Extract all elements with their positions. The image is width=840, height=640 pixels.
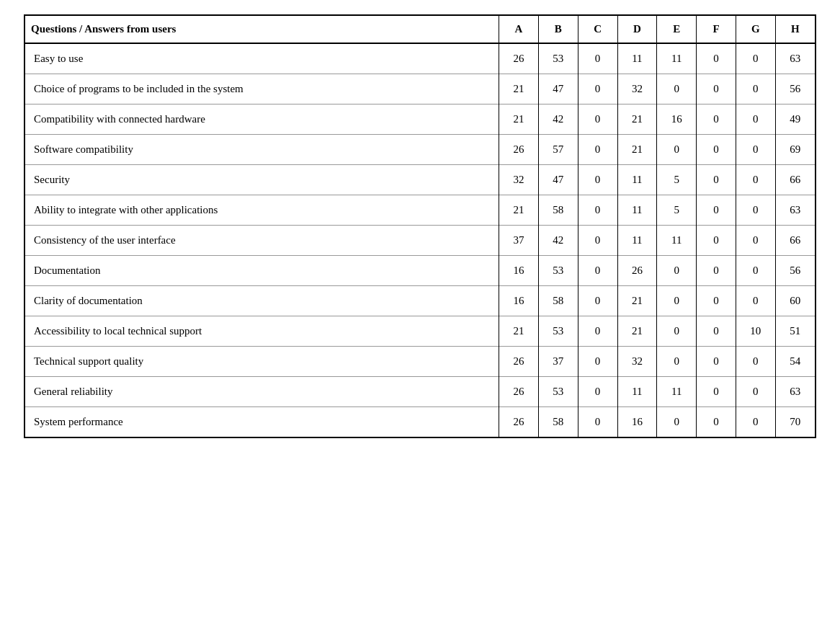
- cell-b: 42: [538, 226, 578, 256]
- cell-a: 21: [499, 105, 539, 135]
- table-row: Clarity of documentation165802100060: [25, 286, 815, 316]
- cell-e: 0: [657, 347, 697, 377]
- cell-c: 0: [578, 74, 617, 105]
- cell-a: 16: [499, 286, 539, 316]
- cell-h: 56: [775, 74, 815, 105]
- table-row: Consistency of the user interface3742011…: [25, 226, 815, 256]
- cell-c: 0: [578, 165, 617, 195]
- header-row: Questions / Answers from users A B C D E…: [25, 16, 815, 43]
- cell-g: 0: [736, 165, 775, 195]
- cell-e: 0: [657, 256, 697, 286]
- cell-a: 16: [499, 256, 539, 286]
- header-c: C: [578, 16, 617, 43]
- cell-c: 0: [578, 135, 617, 165]
- cell-d: 26: [617, 256, 657, 286]
- cell-f: 0: [697, 135, 736, 165]
- cell-question: Ability to integrate with other applicat…: [25, 195, 499, 226]
- cell-e: 0: [657, 316, 697, 347]
- cell-question: Accessibility to local technical support: [25, 316, 499, 347]
- cell-h: 56: [775, 256, 815, 286]
- cell-a: 26: [499, 347, 539, 377]
- cell-h: 51: [775, 316, 815, 347]
- cell-e: 0: [657, 407, 697, 437]
- cell-c: 0: [578, 377, 617, 407]
- cell-c: 0: [578, 347, 617, 377]
- cell-f: 0: [697, 74, 736, 105]
- cell-d: 11: [617, 195, 657, 226]
- cell-a: 32: [499, 165, 539, 195]
- cell-question: Technical support quality: [25, 347, 499, 377]
- cell-d: 21: [617, 105, 657, 135]
- cell-b: 57: [538, 135, 578, 165]
- cell-e: 11: [657, 377, 697, 407]
- cell-h: 63: [775, 43, 815, 74]
- cell-a: 21: [499, 316, 539, 347]
- cell-e: 11: [657, 43, 697, 74]
- cell-g: 0: [736, 105, 775, 135]
- header-d: D: [617, 16, 657, 43]
- cell-d: 21: [617, 135, 657, 165]
- cell-a: 26: [499, 43, 539, 74]
- cell-c: 0: [578, 43, 617, 74]
- cell-c: 0: [578, 105, 617, 135]
- cell-c: 0: [578, 407, 617, 437]
- cell-d: 21: [617, 316, 657, 347]
- cell-g: 0: [736, 195, 775, 226]
- cell-h: 60: [775, 286, 815, 316]
- cell-d: 16: [617, 407, 657, 437]
- cell-d: 11: [617, 226, 657, 256]
- table-row: Ability to integrate with other applicat…: [25, 195, 815, 226]
- cell-g: 0: [736, 256, 775, 286]
- header-question: Questions / Answers from users: [25, 16, 499, 43]
- cell-h: 49: [775, 105, 815, 135]
- cell-g: 0: [736, 347, 775, 377]
- cell-question: Easy to use: [25, 43, 499, 74]
- cell-c: 0: [578, 256, 617, 286]
- cell-e: 0: [657, 135, 697, 165]
- cell-h: 54: [775, 347, 815, 377]
- cell-f: 0: [697, 43, 736, 74]
- table-row: Easy to use2653011110063: [25, 43, 815, 74]
- cell-f: 0: [697, 286, 736, 316]
- cell-b: 53: [538, 256, 578, 286]
- table-row: Software compatibility265702100069: [25, 135, 815, 165]
- header-b: B: [538, 16, 578, 43]
- table-row: Technical support quality263703200054: [25, 347, 815, 377]
- cell-f: 0: [697, 195, 736, 226]
- cell-g: 0: [736, 43, 775, 74]
- cell-question: System performance: [25, 407, 499, 437]
- cell-e: 11: [657, 226, 697, 256]
- cell-h: 63: [775, 195, 815, 226]
- cell-g: 0: [736, 407, 775, 437]
- table-row: General reliability2653011110063: [25, 377, 815, 407]
- header-a: A: [499, 16, 539, 43]
- cell-f: 0: [697, 316, 736, 347]
- table-row: Choice of programs to be included in the…: [25, 74, 815, 105]
- cell-question: Compatibility with connected hardware: [25, 105, 499, 135]
- cell-b: 42: [538, 105, 578, 135]
- cell-f: 0: [697, 377, 736, 407]
- cell-b: 58: [538, 286, 578, 316]
- cell-h: 70: [775, 407, 815, 437]
- cell-d: 32: [617, 74, 657, 105]
- cell-d: 11: [617, 165, 657, 195]
- cell-g: 0: [736, 74, 775, 105]
- cell-b: 53: [538, 377, 578, 407]
- cell-g: 0: [736, 286, 775, 316]
- table-row: Accessibility to local technical support…: [25, 316, 815, 347]
- cell-question: Documentation: [25, 256, 499, 286]
- cell-f: 0: [697, 226, 736, 256]
- cell-e: 0: [657, 74, 697, 105]
- cell-question: General reliability: [25, 377, 499, 407]
- cell-question: Security: [25, 165, 499, 195]
- cell-f: 0: [697, 165, 736, 195]
- cell-question: Software compatibility: [25, 135, 499, 165]
- cell-e: 0: [657, 286, 697, 316]
- cell-h: 69: [775, 135, 815, 165]
- cell-c: 0: [578, 316, 617, 347]
- cell-d: 21: [617, 286, 657, 316]
- cell-h: 66: [775, 165, 815, 195]
- survey-table: Questions / Answers from users A B C D E…: [25, 16, 815, 437]
- cell-b: 53: [538, 43, 578, 74]
- cell-f: 0: [697, 256, 736, 286]
